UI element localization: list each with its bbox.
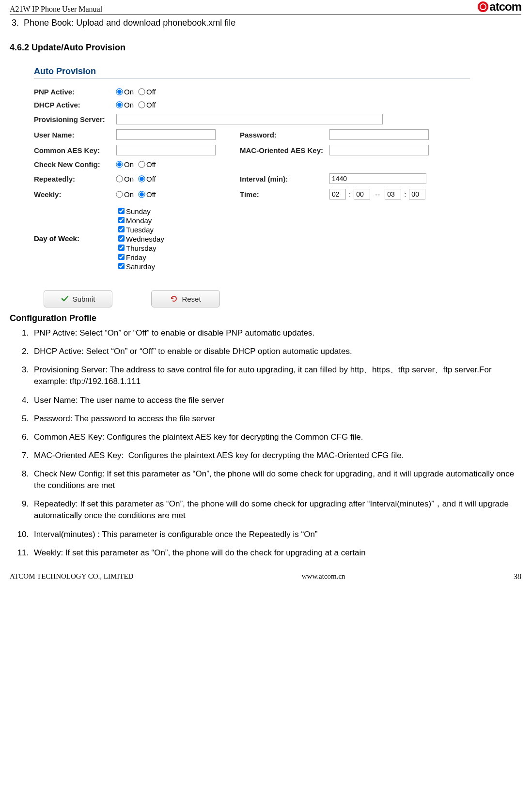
reset-icon [170, 295, 178, 303]
list-item: Check New Config: If set this parameter … [31, 468, 521, 491]
logo-icon [478, 1, 488, 12]
password-input[interactable] [329, 129, 429, 140]
dhcp-off-radio[interactable] [138, 101, 145, 108]
day-thursday-checkbox[interactable] [118, 245, 125, 251]
numbered-item-3: 3. Phone Book: Upload and download phone… [12, 18, 521, 28]
interval-input[interactable] [329, 173, 426, 184]
footer-company: ATCOM TECHNOLOGY CO., LIMITED [10, 572, 133, 581]
footer-url: www.atcom.cn [302, 572, 345, 581]
day-monday-checkbox[interactable] [118, 217, 125, 223]
logo-text: atcom [489, 0, 521, 14]
day-wednesday-checkbox[interactable] [118, 235, 125, 242]
auto-provision-panel: Auto Provision PNP Active: On Off DHCP A… [34, 66, 494, 307]
time-m2-input[interactable] [409, 189, 425, 199]
page-number: 38 [514, 572, 521, 581]
label-mac-aes: MAC-Oriented AES Key: [240, 146, 329, 154]
time-h2-input[interactable] [385, 189, 401, 199]
section-heading: 4.6.2 Update/Auto Provision [10, 43, 521, 53]
pnp-on-radio[interactable] [116, 88, 123, 95]
time-m1-input[interactable] [354, 189, 370, 199]
label-check-new: Check New Config: [34, 160, 116, 169]
brand-logo: atcom [478, 0, 521, 14]
common-aes-input[interactable] [116, 145, 216, 155]
label-prov-server: Provisioning Server: [34, 115, 116, 123]
check-on-radio[interactable] [116, 161, 123, 168]
label-pnp-active: PNP Active: [34, 88, 116, 96]
list-item: PNP Active: Select “On” or “Off” to enab… [31, 327, 521, 339]
list-item: Common AES Key: Configures the plaintext… [31, 431, 521, 443]
label-interval: Interval (min): [240, 175, 329, 183]
repeat-off-radio[interactable] [138, 175, 145, 182]
day-friday-checkbox[interactable] [118, 254, 125, 260]
weekly-off-radio[interactable] [138, 191, 145, 198]
page-footer: ATCOM TECHNOLOGY CO., LIMITED www.atcom.… [10, 572, 521, 581]
config-list: PNP Active: Select “On” or “Off” to enab… [10, 327, 521, 559]
repeat-on-radio[interactable] [116, 175, 123, 182]
submit-button[interactable]: Submit [44, 290, 112, 307]
label-weekly: Weekly: [34, 190, 116, 199]
reset-button[interactable]: Reset [151, 290, 220, 307]
check-off-radio[interactable] [138, 161, 145, 168]
label-day-of-week: Day of Week: [34, 234, 116, 243]
day-saturday-checkbox[interactable] [118, 263, 125, 269]
label-password: Password: [240, 131, 329, 139]
check-icon [61, 295, 69, 303]
time-h1-input[interactable] [329, 189, 346, 199]
list-item: MAC-Oriented AES Key: Configures the pla… [31, 450, 521, 461]
list-item: Repeatedly: If set this parameter as “On… [31, 498, 521, 521]
list-item: Password: The password to access the fil… [31, 413, 521, 425]
label-common-aes: Common AES Key: [34, 146, 116, 154]
mac-aes-input[interactable] [329, 145, 429, 155]
manual-title: A21W IP Phone User Manual [10, 5, 102, 14]
user-name-input[interactable] [116, 129, 216, 140]
day-tuesday-checkbox[interactable] [118, 226, 125, 232]
label-repeatedly: Repeatedly: [34, 175, 116, 183]
list-item: Provisioning Server: The address to save… [31, 364, 521, 387]
list-item: Interval(minutes) : This parameter is co… [31, 529, 521, 540]
panel-title: Auto Provision [34, 66, 470, 79]
dhcp-on-radio[interactable] [116, 101, 123, 108]
day-sunday-checkbox[interactable] [118, 208, 125, 214]
page-header: A21W IP Phone User Manual atcom [10, 0, 521, 15]
list-item: Weekly: If set this parameter as “On”, t… [31, 547, 521, 559]
list-item: User Name: The user name to access the f… [31, 395, 521, 406]
config-profile-heading: Configuration Profile [10, 313, 521, 323]
pnp-off-radio[interactable] [138, 88, 145, 95]
label-dhcp-active: DHCP Active: [34, 101, 116, 109]
prov-server-input[interactable] [116, 114, 383, 124]
label-user-name: User Name: [34, 131, 116, 139]
list-item: DHCP Active: Select “On” or “Off” to ena… [31, 346, 521, 357]
weekly-on-radio[interactable] [116, 191, 123, 198]
label-time: Time: [240, 190, 329, 199]
